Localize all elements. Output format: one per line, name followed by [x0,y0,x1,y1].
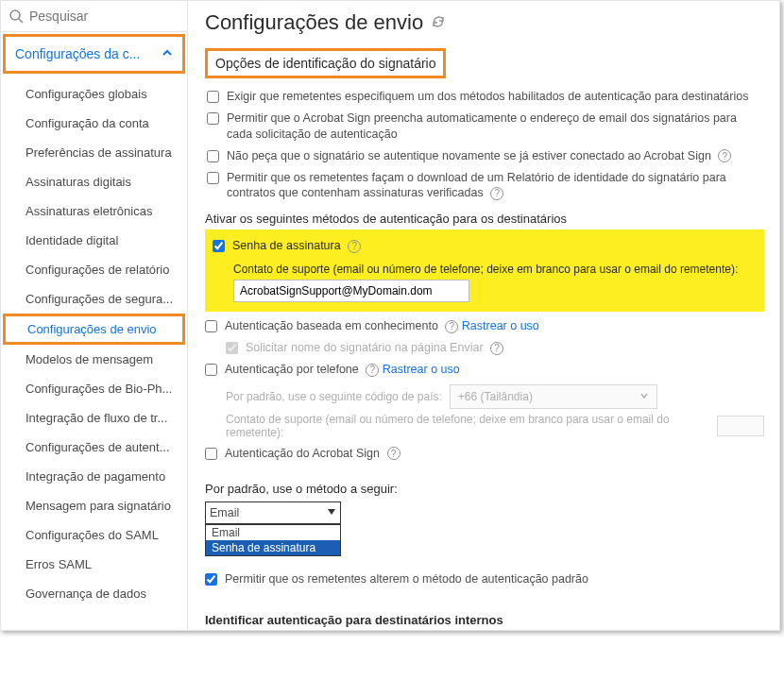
phone-country-value: +66 (Tailândia) [458,390,533,403]
phone-support-input[interactable] [717,416,764,436]
default-method-label: Por padrão, use o método a seguir: [205,482,764,496]
sidebar-item-global-settings[interactable]: Configurações globais [1,79,187,109]
svg-point-0 [10,10,20,20]
sidebar-item-digital-signatures[interactable]: Assinaturas digitais [1,167,187,196]
opt-label: Não peça que o signatário se autentique … [227,148,731,164]
help-icon[interactable]: ? [445,320,458,333]
signature-password-block: Senha de assinatura ? Contato de suporte… [205,230,764,312]
opt-kba-request-name[interactable]: Solicitar nome do signatário na página E… [226,337,764,359]
default-method-value: Email [210,506,239,519]
auth-methods-heading: Ativar os seguintes métodos de autentica… [205,212,764,226]
phone-country-label: Por padrão, use o seguinte código de paí… [226,390,442,403]
search-icon [9,8,24,24]
sidebar-item-report-settings[interactable]: Configurações de relatório [1,255,187,284]
checkbox[interactable] [205,573,217,586]
opt-acrobat-auth[interactable]: Autenticação do Acrobat Sign ? [205,443,764,465]
sidebar-item-auth-settings[interactable]: Configurações de autent... [1,433,187,462]
phone-support-row: Contato de suporte (email ou número de t… [226,413,764,439]
sidebar-item-data-governance[interactable]: Governança de dados [1,579,187,608]
chevron-down-icon [327,506,336,519]
opt-label: Senha de assinatura ? [232,238,361,254]
sidebar-item-payment-integration[interactable]: Integração de pagamento [1,462,187,491]
opt-allow-sender-change[interactable]: Permitir que os remetentes alterem o mét… [205,569,764,590]
opt-label: Solicitar nome do signatário na página E… [246,340,503,356]
help-icon[interactable]: ? [387,447,401,460]
help-icon[interactable]: ? [348,240,361,253]
sidebar-item-digital-identity[interactable]: Identidade digital [1,226,187,255]
opt-label: Permitir que o Acrobat Sign preencha aut… [227,110,764,143]
dropdown-option-signature-password[interactable]: Senha de assinatura [206,540,340,555]
chevron-down-icon [639,390,649,403]
opt-no-reauth[interactable]: Não peça que o signatário se autentique … [207,145,764,167]
signer-identity-options: Exigir que remetentes especifiquem um do… [207,86,764,204]
sidebar-item-send-settings[interactable]: Configurações de envio [3,314,185,345]
refresh-icon[interactable] [431,14,446,32]
checkbox[interactable] [207,172,219,184]
opt-label: Permitir que os remetentes façam o downl… [227,170,764,202]
opt-label: Permitir que os remetentes alterem o mét… [225,571,588,587]
checkbox[interactable] [207,112,219,125]
support-contact-label: Contato de suporte (email ou número de t… [233,263,757,276]
sidebar-item-saml-errors[interactable]: Erros SAML [1,550,187,579]
page-title-row: Configurações de envio [205,10,764,35]
opt-label: Exigir que remetentes especifiquem um do… [227,89,748,105]
checkbox[interactable] [205,320,217,332]
sidebar-item-signature-prefs[interactable]: Preferências de assinatura [1,138,187,167]
opt-autofill-email[interactable]: Permitir que o Acrobat Sign preencha aut… [207,108,764,145]
checkbox[interactable] [207,91,219,103]
help-icon[interactable]: ? [366,364,379,377]
dropdown-option-email[interactable]: Email [206,525,340,540]
phone-country-select[interactable]: +66 (Tailândia) [450,384,657,409]
default-method-select[interactable]: Email [205,502,341,524]
page-title: Configurações de envio [205,10,423,35]
opt-download-identity-report[interactable]: Permitir que os remetentes façam o downl… [207,167,764,205]
search-input[interactable] [29,8,178,24]
phone-country-row: Por padrão, use o seguinte código de paí… [226,384,764,409]
opt-label: Autenticação do Acrobat Sign ? [225,446,401,462]
checkbox[interactable] [205,364,217,376]
sidebar-item-signer-message[interactable]: Mensagem para signatário [1,491,187,520]
sidebar-item-saml-settings[interactable]: Configurações do SAML [1,520,187,550]
internal-auth-heading: Identificar autenticação para destinatár… [205,613,764,627]
support-contact-input[interactable] [233,280,469,302]
sidebar-item-account-config[interactable]: Configuração da conta [1,109,187,138]
opt-signature-password[interactable]: Senha de assinatura ? [213,235,757,257]
sidebar-item-workflow-integration[interactable]: Integração de fluxo de tr... [1,403,187,433]
svg-marker-2 [328,509,335,515]
default-method-dropdown: Email Senha de assinatura [205,524,341,556]
accordion-label: Configurações da c... [15,46,140,61]
sidebar-item-electronic-signatures[interactable]: Assinaturas eletrônicas [1,196,187,226]
help-icon[interactable]: ? [490,342,503,355]
checkbox[interactable] [205,448,217,460]
signer-identity-options-heading: Opções de identificação do signatário [205,48,446,78]
main-panel: Configurações de envio Opções de identif… [188,1,779,630]
checkbox[interactable] [207,150,219,162]
account-settings-accordion[interactable]: Configurações da c... [3,34,185,74]
chevron-up-icon [162,46,173,61]
track-usage-link[interactable]: Rastrear o uso [462,319,539,332]
search-row [1,1,187,32]
checkbox[interactable] [213,240,225,252]
sidebar-item-message-templates[interactable]: Modelos de mensagem [1,345,187,374]
sidebar: Configurações da c... Configurações glob… [1,1,188,630]
sidebar-item-security-settings[interactable]: Configurações de segura... [1,284,187,314]
opt-label: Autenticação baseada em conhecimento ? R… [225,318,539,334]
opt-require-auth-method[interactable]: Exigir que remetentes especifiquem um do… [207,86,764,108]
sidebar-nav: Configurações globais Configuração da co… [1,76,187,614]
help-icon[interactable]: ? [490,187,503,200]
opt-kba[interactable]: Autenticação baseada em conhecimento ? R… [205,315,764,337]
svg-line-1 [19,19,23,23]
opt-phone-auth[interactable]: Autenticação por telefone ? Rastrear o u… [205,359,764,381]
phone-support-label: Contato de suporte (email ou número de t… [226,413,709,439]
help-icon[interactable]: ? [718,149,731,162]
sidebar-item-biopharma-settings[interactable]: Configurações de Bio-Ph... [1,374,187,403]
track-usage-link[interactable]: Rastrear o uso [383,363,460,376]
opt-label: Autenticação por telefone ? Rastrear o u… [225,362,460,378]
checkbox [226,342,238,354]
